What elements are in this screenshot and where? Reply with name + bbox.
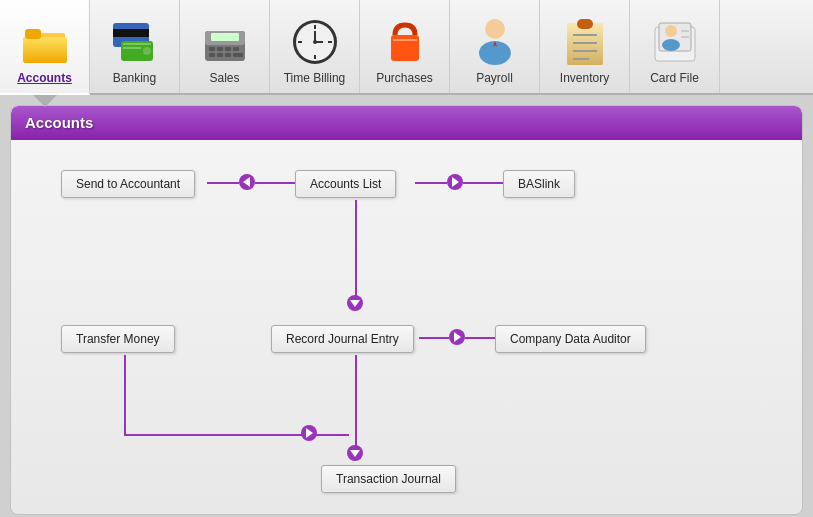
nav-item-card-file[interactable]: Card File [630,0,720,93]
nav-item-accounts[interactable]: Accounts [0,0,90,95]
svg-rect-3 [23,37,67,63]
nav-label-purchases: Purchases [376,71,433,85]
arrow-down-inner2 [350,450,360,457]
svg-rect-13 [211,33,239,41]
nav-label-sales: Sales [209,71,239,85]
arrow-h5 [419,337,449,339]
svg-rect-20 [225,53,231,57]
arrow-circle-right [447,174,463,190]
arrow-v3 [355,355,357,450]
nav-item-sales[interactable]: Sales [180,0,270,93]
active-arrow [33,95,57,107]
svg-point-46 [665,25,677,37]
arrow-h4 [463,182,503,184]
nav-label-inventory: Inventory [560,71,609,85]
svg-rect-19 [217,53,223,57]
transfer-money-button[interactable]: Transfer Money [61,325,175,353]
accounts-icon [19,15,71,67]
svg-rect-16 [225,47,231,51]
svg-rect-17 [233,47,239,51]
svg-rect-18 [209,53,215,57]
nav-item-purchases[interactable]: Purchases [360,0,450,93]
main-content: Accounts Send to Accountant Accounts Lis… [10,105,803,515]
transaction-journal-button[interactable]: Transaction Journal [321,465,456,493]
svg-rect-39 [577,19,593,29]
send-to-accountant-button[interactable]: Send to Accountant [61,170,195,198]
arrow-right-inner3 [306,428,313,438]
nav-item-payroll[interactable]: Payroll [450,0,540,93]
arrow-down-inner1 [350,300,360,307]
svg-rect-8 [123,43,151,45]
arrow-v1 [355,200,357,300]
nav-label-payroll: Payroll [476,71,513,85]
nav-item-time-billing[interactable]: Time Billing [270,0,360,93]
nav-label-accounts: Accounts [17,71,72,85]
arrow-circle-left [239,174,255,190]
svg-rect-15 [217,47,223,51]
arrow-h3 [415,182,447,184]
section-title: Accounts [25,114,93,131]
arrow-circle-down1 [347,295,363,311]
arrow-v2 [124,355,126,435]
nav-label-time-billing: Time Billing [284,71,346,85]
accounts-list-button[interactable]: Accounts List [295,170,396,198]
svg-point-33 [485,19,505,39]
arrow-h7 [124,434,324,436]
svg-rect-31 [391,35,419,61]
company-data-auditor-button[interactable]: Company Data Auditor [495,325,646,353]
arrow-circle-right2 [449,329,465,345]
arrow-right-inner2 [454,332,461,342]
nav-item-banking[interactable]: Banking [90,0,180,93]
svg-rect-6 [113,29,149,37]
payroll-icon [469,15,521,67]
nav-bar: Accounts Banking [0,0,813,95]
arrow-h2 [255,182,295,184]
flow-area: Send to Accountant Accounts List BASlink [11,140,802,505]
svg-rect-14 [209,47,215,51]
section-header: Accounts [11,106,802,140]
arrow-h1 [207,182,239,184]
svg-rect-32 [393,39,417,41]
time-billing-icon [289,15,341,67]
purchases-icon [379,15,431,67]
card-file-icon [649,15,701,67]
svg-rect-21 [233,53,243,57]
arrow-right-inner [452,177,459,187]
nav-label-banking: Banking [113,71,156,85]
arrow-left-inner [243,177,250,187]
svg-point-47 [662,39,680,51]
arrow-h6 [465,337,495,339]
arrow-circle-down2 [347,445,363,461]
svg-rect-4 [25,29,41,39]
nav-label-card-file: Card File [650,71,699,85]
sales-icon [199,15,251,67]
inventory-icon [559,15,611,67]
record-journal-entry-button[interactable]: Record Journal Entry [271,325,414,353]
nav-item-inventory[interactable]: Inventory [540,0,630,93]
svg-rect-9 [123,47,141,49]
svg-point-10 [143,47,151,55]
arrow-circle-right3 [301,425,317,441]
banking-icon [109,15,161,67]
arrow-h8 [317,434,349,436]
baslink-button[interactable]: BASlink [503,170,575,198]
